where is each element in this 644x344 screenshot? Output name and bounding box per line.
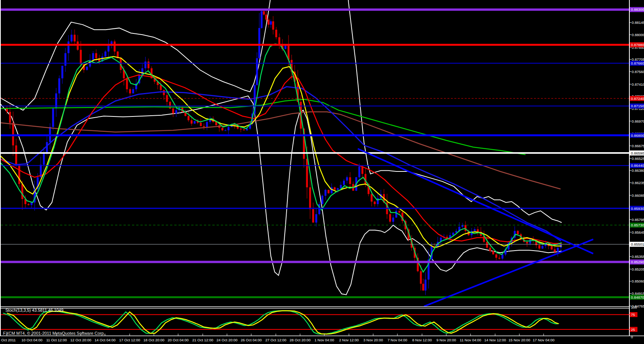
time-tick-label: 21 Oct 12:00	[192, 338, 213, 342]
price-level-box-label: 0.87150	[631, 104, 644, 108]
candle-bull	[31, 203, 33, 205]
price-tick-label: 0.85060	[632, 279, 644, 283]
candle-bull	[542, 246, 544, 249]
time-tick-label: 11 Nov 04:00	[460, 338, 481, 342]
candle-bull	[322, 196, 324, 204]
candle-bull	[105, 52, 107, 57]
stoch-axis-label: 0	[631, 335, 633, 339]
time-tick-label: 9 Nov 20:00	[436, 338, 456, 342]
candle-bear	[200, 123, 202, 126]
price-level-box-label: 0.86590	[631, 151, 644, 155]
candle-bear	[129, 89, 131, 93]
candle-bear	[265, 15, 267, 20]
candle-bull	[108, 45, 110, 52]
candle-bear	[306, 159, 308, 187]
candle-bull	[337, 188, 339, 190]
candle-bull	[452, 233, 454, 235]
candle-bull	[346, 177, 348, 181]
candle-bull	[62, 66, 63, 78]
candle-bear	[554, 249, 556, 252]
candle-bull	[425, 279, 427, 290]
candle-bear	[349, 177, 351, 184]
mt4-chart-window: 0.881450.880000.878500.877050.875600.874…	[0, 0, 644, 344]
candle-bear	[334, 187, 336, 190]
candle-bear	[275, 30, 277, 37]
candle-bear	[309, 187, 311, 209]
candle-bear	[526, 242, 528, 243]
candle-bear	[496, 254, 497, 258]
price-level-box-label: 0.88300	[631, 7, 644, 12]
candle-bull	[256, 58, 258, 85]
candle-bull	[340, 185, 342, 188]
time-tick-label: 28 Oct 20:00	[290, 338, 310, 342]
candle-bear	[12, 123, 14, 145]
candle-bull	[261, 11, 263, 28]
candle-bear	[263, 11, 265, 15]
time-tick-label: 7 Nov 04:00	[387, 338, 407, 342]
candle-bear	[80, 50, 82, 64]
time-tick-label: 2 Nov 12:00	[339, 338, 359, 342]
stoch-axis-label: 100	[631, 305, 637, 309]
price-level-box-label: 0.87240	[631, 96, 644, 101]
candle-bear	[422, 284, 424, 291]
candle-bear	[172, 108, 174, 113]
candle-bear	[203, 126, 205, 127]
candle-bear	[399, 211, 400, 213]
candle-bear	[477, 229, 479, 232]
time-tick-label: 3 Nov 20:00	[363, 338, 383, 342]
candle-bull	[557, 248, 559, 252]
price-tick-label: 0.87560	[632, 70, 644, 74]
time-tick-label: 17 Oct 12:00	[119, 338, 140, 342]
candle-bear	[163, 90, 165, 95]
price-tick-label: 0.86675	[632, 144, 644, 148]
candle-bull	[474, 229, 476, 231]
time-tick-label: 26 Oct 04:00	[241, 338, 262, 342]
time-tick-label: 11 Oct 12:00	[46, 338, 67, 342]
chart-background	[0, 0, 644, 344]
price-tick-label: 0.86235	[632, 181, 644, 185]
candle-bull	[145, 61, 147, 68]
candle-bull	[377, 198, 379, 204]
price-tick-label: 0.86525	[632, 156, 644, 161]
candle-bull	[86, 66, 88, 70]
candle-bull	[395, 211, 397, 218]
time-tick-label: 14 Oct 04:00	[95, 338, 115, 342]
price-chart-canvas[interactable]: 0.881450.880000.878500.877050.875600.874…	[0, 0, 644, 344]
candle-bull	[206, 122, 208, 127]
candle-bear	[492, 251, 494, 254]
pane-separator-2	[0, 308, 630, 309]
time-tick-label: 8 Nov 12:00	[412, 338, 432, 342]
pane-separator-1	[0, 306, 630, 307]
candle-bear	[420, 271, 422, 284]
time-tick-label: 15 Nov 20:00	[509, 338, 531, 342]
candle-bear	[22, 184, 23, 199]
candle-bear	[517, 231, 519, 234]
stoch-axis-label: 25	[631, 327, 635, 332]
candle-bear	[188, 116, 190, 120]
time-axis-separator	[0, 336, 644, 336]
candle-bear	[489, 248, 491, 251]
candle-bear	[222, 128, 224, 131]
candle-bear	[268, 20, 270, 25]
price-tick-label: 0.85205	[632, 267, 644, 271]
price-level-box-label: 0.85930	[631, 206, 644, 211]
candle-bear	[148, 61, 150, 68]
price-tick-label: 0.85355	[632, 254, 644, 259]
time-tick-label: 18 Oct 20:00	[143, 338, 164, 342]
candle-bear	[328, 190, 330, 193]
candle-bull	[325, 190, 327, 196]
candle-bull	[270, 21, 272, 25]
candle-bear	[9, 112, 11, 123]
candle-bull	[71, 35, 73, 42]
candle-bear	[191, 120, 193, 124]
price-tick-label: 0.85795	[632, 218, 644, 222]
price-level-box-label: 0.86800	[631, 133, 644, 138]
candle-bull	[65, 53, 67, 66]
candle-bear	[169, 102, 171, 109]
price-level-box-label: 0.85290	[631, 260, 644, 264]
platform-copyright-text: FXCM MT4, © 2001-2011 MetaQuotes Softwar…	[3, 331, 105, 336]
candle-bear	[126, 78, 128, 89]
time-tick-label: 17 Nov 04:00	[533, 338, 555, 342]
candle-bear	[312, 209, 314, 223]
candle-bear	[114, 42, 116, 52]
